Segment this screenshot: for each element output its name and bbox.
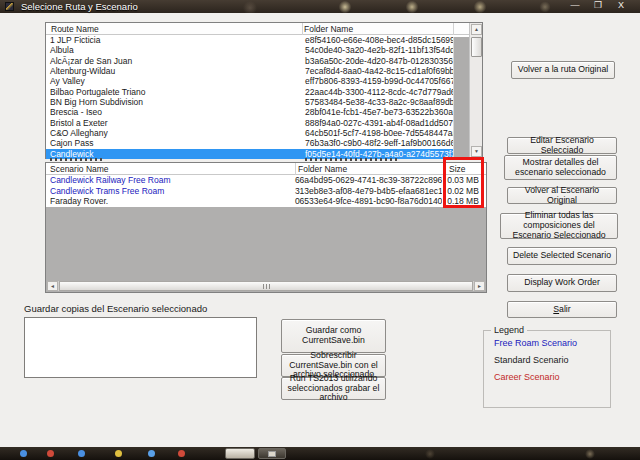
size-annotation-box xyxy=(443,157,484,208)
guardar-currentsave-button[interactable]: Guardar como CurrentSave.bin xyxy=(281,319,386,353)
route-row[interactable]: Altenburg-Wildau7ecaf8d4-8aa0-4a42-8c15-… xyxy=(46,66,453,76)
route-folder: 22aac44b-3300-4112-8cdc-4c7d779ad6a8 xyxy=(303,87,453,97)
taskbar-window-button[interactable] xyxy=(225,448,255,459)
eliminar-composiciones-button[interactable]: Eliminar todas las composiciones del Esc… xyxy=(500,213,618,239)
titlebar: Selecione Ruta y Escenario — ❐ X xyxy=(0,0,640,13)
route-folder: 76b3a3f0-c9b0-48f2-9eff-1af9b00166d6 xyxy=(303,138,453,148)
minimize-button[interactable]: — xyxy=(566,0,584,10)
route-name: Brescia - Iseo xyxy=(46,107,303,117)
scenario-name: Faraday Rover. xyxy=(46,196,293,207)
editar-escenario-button[interactable]: Editar Escenario Selecciado xyxy=(507,137,617,154)
route-row[interactable]: Cajon Pass76b3a3f0-c9b0-48f2-9eff-1af9b0… xyxy=(46,138,453,148)
save-copies-label: Guardar copias del Escenario seleccionad… xyxy=(24,303,207,314)
scenario-name: Candlewick Railway Free Roam xyxy=(46,175,293,186)
close-button[interactable]: X xyxy=(612,0,630,10)
route-folder: eff7b806-8393-4159-b99d-0c44705f6676 xyxy=(303,76,453,86)
taskbar xyxy=(0,447,640,460)
route-row[interactable]: 1 JLP Ficticiae8f54160-e66e-408e-bec4-d8… xyxy=(46,35,453,45)
legend-item: Standard Scenario xyxy=(494,355,610,365)
route-name: BN Big Horn Subdivision xyxy=(46,97,303,107)
volver-ruta-button[interactable]: Volver a la ruta Original xyxy=(511,61,615,79)
scroll-down-icon[interactable]: ▼ xyxy=(471,146,482,157)
route-name: AlcÃ¡zar de San Juan xyxy=(46,56,303,66)
display-work-order-button[interactable]: Display Work Order xyxy=(507,274,617,292)
column-header-route-name[interactable]: Route Name xyxy=(51,24,99,34)
scenario-folder: 313eb8e3-af08-4e79-b4b5-efaa681ec1de xyxy=(293,186,442,197)
taskbar-app-icon[interactable] xyxy=(148,450,155,457)
taskbar-app-icon[interactable] xyxy=(47,450,54,457)
taskbar-window-button[interactable] xyxy=(258,448,286,459)
route-folder: 54c0de40-3a20-4e2b-82f1-11bf13f54dd xyxy=(303,45,453,55)
taskbar-app-icon[interactable] xyxy=(20,450,27,457)
route-folder: 57583484-5e38-4c33-8a2c-9c8aaf89dbb4 xyxy=(303,97,453,107)
scrollbar-thumb[interactable] xyxy=(471,37,482,57)
mostrar-detalles-button[interactable]: Mostrar detalles del escenario seleccion… xyxy=(504,155,617,180)
volver-escenario-button[interactable]: Volver al Escenario Original xyxy=(507,187,617,204)
scenario-row[interactable]: Candlewick Trams Free Roam313eb8e3-af08-… xyxy=(46,186,486,197)
scroll-right-icon[interactable]: ► xyxy=(474,281,485,291)
scenario-folder: 66a4bd95-0629-4741-8c39-38722c8968ee xyxy=(293,175,442,186)
route-name: Ay Valley xyxy=(46,76,303,86)
scenario-folder: 06533e64-9fce-4891-bc90-f8a76d014099 xyxy=(293,196,442,207)
run-ts2013-button[interactable]: Run TS2013 utilizando seleccionados grab… xyxy=(281,377,386,400)
route-folder: 7ecaf8d4-8aa0-4a42-8c15-cd1af0f69bb7 xyxy=(303,66,453,76)
scenario-name: Candlewick Trams Free Roam xyxy=(46,186,293,197)
route-folder: 888f94a0-027c-4391-ab4f-08ad1dd5072f xyxy=(303,118,453,128)
legend-item: Free Roam Scenario xyxy=(494,338,610,348)
route-name: C&O Alleghany xyxy=(46,128,303,138)
save-copies-listbox[interactable] xyxy=(24,317,257,378)
app-icon xyxy=(5,2,14,11)
maximize-button[interactable]: ❐ xyxy=(589,0,607,10)
route-row[interactable]: Bristol a Exeter888f94a0-027c-4391-ab4f-… xyxy=(46,118,453,128)
partial-route-row-folder xyxy=(305,158,400,161)
legend-groupbox: Legend Free Roam ScenarioStandard Scenar… xyxy=(483,330,611,408)
route-row[interactable]: Albula54c0de40-3a20-4e2b-82f1-11bf13f54d… xyxy=(46,45,453,55)
route-name: Altenburg-Wildau xyxy=(46,66,303,76)
grip-icon xyxy=(263,284,270,289)
route-list: Route Name Folder Name 1 JLP Ficticiae8f… xyxy=(45,22,483,159)
route-name: Albula xyxy=(46,45,303,55)
route-folder: b3a6a50c-20de-4d20-847b-012830356954 xyxy=(303,56,453,66)
legend-item: Career Scenario xyxy=(494,372,610,382)
taskbar-app-icon[interactable] xyxy=(115,450,122,457)
route-row[interactable]: AlcÃ¡zar de San Juanb3a6a50c-20de-4d20-8… xyxy=(46,56,453,66)
salir-button[interactable]: Salir xyxy=(507,301,617,318)
route-name: Bilbao Portugalete Triano xyxy=(46,87,303,97)
taskbar-app-icon[interactable] xyxy=(178,450,185,457)
scenario-row[interactable]: Candlewick Railway Free Roam66a4bd95-062… xyxy=(46,175,486,186)
partial-route-row xyxy=(50,158,102,161)
route-folder: 28bf041e-fcb1-45e7-be73-63522b360a15 xyxy=(303,107,453,117)
taskbar-app-icon[interactable] xyxy=(78,450,85,457)
column-header-folder-name[interactable]: Folder Name xyxy=(304,24,353,34)
scenario-horizontal-scrollbar[interactable]: ◄ ► xyxy=(47,281,485,291)
route-row[interactable]: Bilbao Portugalete Triano22aac44b-3300-4… xyxy=(46,87,453,97)
route-name: Cajon Pass xyxy=(46,138,303,148)
screen: Selecione Ruta y Escenario — ❐ X Route N… xyxy=(0,0,640,460)
route-row[interactable]: BN Big Horn Subdivision57583484-5e38-4c3… xyxy=(46,97,453,107)
route-vertical-scrollbar[interactable]: ▲ ▼ xyxy=(469,23,482,158)
route-row[interactable]: Brescia - Iseo28bf041e-fcb1-45e7-be73-63… xyxy=(46,107,453,117)
legend-title: Legend xyxy=(491,325,527,335)
scenario-row[interactable]: Faraday Rover.06533e64-9fce-4891-bc90-f8… xyxy=(46,196,486,207)
scroll-left-icon[interactable]: ◄ xyxy=(47,281,58,291)
route-row[interactable]: Ay Valleyeff7b806-8393-4159-b99d-0c44705… xyxy=(46,76,453,86)
route-folder: e8f54160-e66e-408e-bec4-d85dc15699ca xyxy=(303,35,453,45)
route-name: Bristol a Exeter xyxy=(46,118,303,128)
route-row[interactable]: C&O Alleghany64cb501f-5cf7-4198-b0ee-7d5… xyxy=(46,128,453,138)
route-list-header: Route Name Folder Name xyxy=(46,23,482,35)
route-name: 1 JLP Ficticia xyxy=(46,35,303,45)
column-header-scenario-name[interactable]: Scenario Name xyxy=(50,164,109,174)
scenario-list-header: Scenario Name Folder Name Size xyxy=(46,163,486,175)
scroll-up-icon[interactable]: ▲ xyxy=(471,24,482,35)
delete-scenario-button[interactable]: Delete Selected Scenario xyxy=(507,247,617,265)
scrollbar-thumb[interactable] xyxy=(59,281,473,291)
window-title: Selecione Ruta y Escenario xyxy=(21,1,138,12)
column-header-folder-name[interactable]: Folder Name xyxy=(298,164,347,174)
scenario-list: Scenario Name Folder Name Size Candlewic… xyxy=(45,162,487,293)
route-folder: 64cb501f-5cf7-4198-b0ee-7d5548447aa9 xyxy=(303,128,453,138)
